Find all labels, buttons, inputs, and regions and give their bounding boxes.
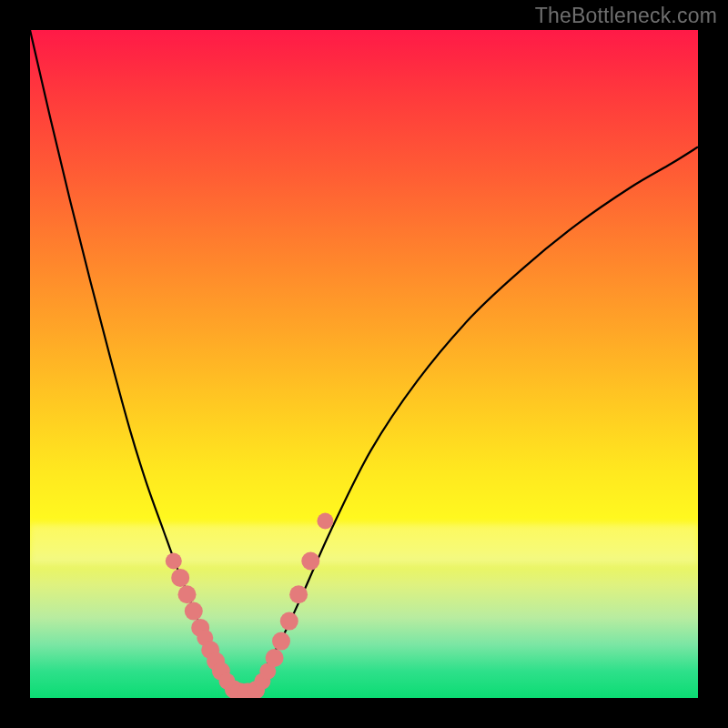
highlight-dots	[166, 513, 334, 699]
highlight-dot	[317, 513, 333, 530]
highlight-dot	[301, 552, 319, 571]
plot-area	[30, 30, 698, 698]
dot-layer	[30, 30, 698, 698]
highlight-dot	[166, 553, 182, 570]
highlight-dot	[171, 569, 189, 587]
highlight-dot	[178, 585, 197, 603]
highlight-dot	[289, 585, 308, 603]
highlight-dot	[272, 632, 290, 651]
chart-frame: TheBottleneck.com	[0, 0, 728, 728]
highlight-dot	[280, 612, 298, 631]
highlight-dot	[266, 649, 284, 667]
highlight-dot	[185, 602, 203, 621]
watermark-text: TheBottleneck.com	[535, 4, 717, 28]
